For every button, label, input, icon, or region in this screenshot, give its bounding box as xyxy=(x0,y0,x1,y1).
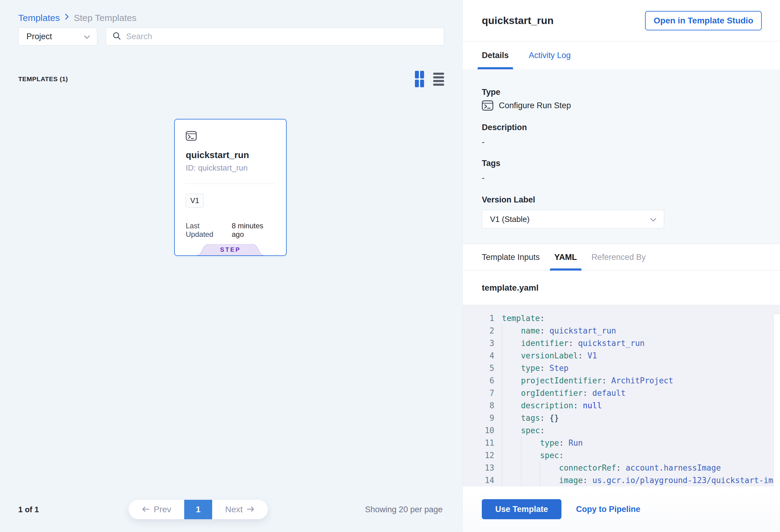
yaml-code-line: 9tags: {} xyxy=(462,412,780,424)
templates-list-header: TEMPLATES (1) xyxy=(18,71,444,87)
arrow-right-icon xyxy=(247,504,255,514)
description-value: - xyxy=(482,137,761,147)
type-value: Configure Run Step xyxy=(499,101,571,110)
templates-page: Templates Step Templates Project TEMPLAT xyxy=(0,0,780,532)
breadcrumb-current: Step Templates xyxy=(74,13,137,23)
version-label: Version Label xyxy=(482,195,761,205)
templates-count-label: TEMPLATES (1) xyxy=(18,76,68,83)
yaml-code-editor[interactable]: 1template:2name: quickstart_run3identifi… xyxy=(462,305,780,486)
template-card-id: ID: quickstart_run xyxy=(186,163,275,173)
yaml-code-lines: 1template:2name: quickstart_run3identifi… xyxy=(462,312,780,486)
yaml-code-line: 13connectorRef: account.harnessImage xyxy=(462,462,780,474)
details-fields: Type Configure Run Step Description - Ta… xyxy=(462,69,780,244)
tab-template-inputs[interactable]: Template Inputs xyxy=(482,244,540,270)
pagination: Prev 1 Next xyxy=(129,500,268,519)
yaml-code-line: 3identifier: quickstart_run xyxy=(462,337,780,349)
tags-label: Tags xyxy=(482,158,761,168)
version-select[interactable]: V1 (Stable) xyxy=(482,210,664,229)
details-tab-bar: Details Activity Log xyxy=(462,41,780,69)
step-type-badge: STEP xyxy=(196,244,265,255)
description-label: Description xyxy=(482,122,761,133)
open-in-template-studio-button[interactable]: Open in Template Studio xyxy=(645,11,762,31)
terminal-icon xyxy=(482,100,493,111)
tags-value: - xyxy=(482,173,761,182)
yaml-code-line: 10spec: xyxy=(462,424,780,437)
list-view-icon[interactable] xyxy=(433,72,444,86)
yaml-code-line: 1template: xyxy=(462,312,780,324)
next-label: Next xyxy=(225,504,243,514)
version-select-value: V1 (Stable) xyxy=(490,214,530,224)
yaml-code-line: 8description: null xyxy=(462,399,780,412)
chevron-down-icon xyxy=(84,32,90,41)
step-badge-label: STEP xyxy=(196,244,265,255)
search-input[interactable] xyxy=(126,32,438,41)
use-template-button[interactable]: Use Template xyxy=(482,499,562,519)
details-header: quickstart_run Open in Template Studio xyxy=(462,0,780,41)
details-footer: Use Template Copy to Pipeline xyxy=(462,486,780,532)
template-card[interactable]: quickstart_run ID: quickstart_run V1 Las… xyxy=(174,119,287,256)
yaml-filename: template.yaml xyxy=(482,283,539,293)
yaml-code-line: 2name: quickstart_run xyxy=(462,324,780,337)
view-toggles xyxy=(415,71,444,87)
template-details-panel: quickstart_run Open in Template Studio D… xyxy=(462,0,780,532)
yaml-filename-row: template.yaml xyxy=(462,271,780,305)
last-updated-row: Last Updated 8 minutes ago xyxy=(186,222,275,239)
yaml-code-line: 14image: us.gcr.io/playground-123/quicks… xyxy=(462,474,780,486)
template-card-title: quickstart_run xyxy=(186,150,275,160)
scope-select-value: Project xyxy=(27,32,52,41)
yaml-code-line: 11type: Run xyxy=(462,437,780,449)
prev-label: Prev xyxy=(154,504,172,514)
page-info: 1 of 1 xyxy=(18,505,47,514)
tab-referenced-by[interactable]: Referenced By xyxy=(591,244,646,270)
yaml-code-line: 4versionLabel: V1 xyxy=(462,349,780,362)
breadcrumb: Templates Step Templates xyxy=(18,13,444,23)
yaml-code-line: 6projectIdentifier: ArchitProject xyxy=(462,374,780,387)
details-title: quickstart_run xyxy=(482,14,553,27)
yaml-code-line: 5type: Step xyxy=(462,362,780,374)
yaml-tab-bar: Template Inputs YAML Referenced By xyxy=(462,244,780,271)
prev-page-button[interactable]: Prev xyxy=(129,500,184,519)
last-updated-value: 8 minutes ago xyxy=(232,222,275,239)
showing-per-page: Showing 20 per page xyxy=(365,505,443,514)
search-icon xyxy=(112,31,121,42)
search-box xyxy=(106,28,444,46)
list-footer: 1 of 1 Prev 1 Next Showing 20 per page xyxy=(18,498,444,532)
tab-activity-log[interactable]: Activity Log xyxy=(529,41,571,69)
version-badge: V1 xyxy=(186,194,204,208)
yaml-code-line: 7orgIdentifier: default xyxy=(462,387,780,399)
last-updated-label: Last Updated xyxy=(186,222,227,239)
arrow-left-icon xyxy=(142,504,150,514)
grid-view-icon[interactable] xyxy=(415,71,424,87)
templates-list-panel: Templates Step Templates Project TEMPLAT xyxy=(0,0,462,532)
type-row: Configure Run Step xyxy=(482,100,761,111)
next-page-button[interactable]: Next xyxy=(212,500,268,519)
scope-select[interactable]: Project xyxy=(18,28,97,46)
terminal-icon xyxy=(186,131,197,141)
breadcrumb-chevron-icon xyxy=(64,13,69,23)
yaml-code-line: 12spec: xyxy=(462,449,780,462)
chevron-down-icon xyxy=(650,214,656,224)
copy-to-pipeline-link[interactable]: Copy to Pipeline xyxy=(576,504,640,514)
tab-details[interactable]: Details xyxy=(482,41,509,69)
vertical-scrollbar[interactable] xyxy=(773,314,780,486)
tab-yaml[interactable]: YAML xyxy=(554,244,577,270)
type-label: Type xyxy=(482,87,761,97)
filter-row: Project xyxy=(18,28,444,46)
card-divider xyxy=(186,184,275,184)
breadcrumb-templates-link[interactable]: Templates xyxy=(18,13,60,23)
current-page-button[interactable]: 1 xyxy=(184,500,212,519)
